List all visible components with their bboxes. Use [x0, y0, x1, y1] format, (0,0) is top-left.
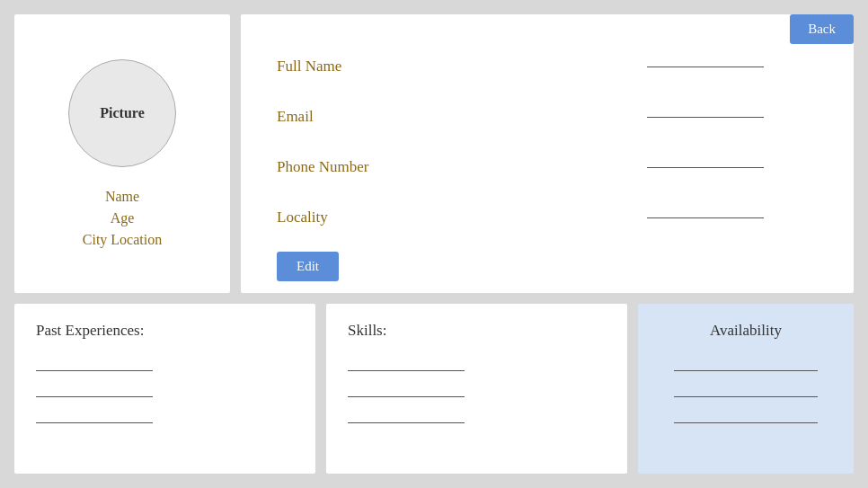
locality-label: Locality — [277, 209, 421, 226]
profile-name: Name — [105, 189, 139, 205]
availability-title: Availability — [660, 322, 832, 340]
email-label: Email — [277, 108, 421, 126]
phone-line — [647, 167, 764, 168]
full-name-line — [647, 67, 764, 67]
past-experiences-title: Past Experiences: — [36, 322, 294, 340]
exp-line-3 — [36, 422, 153, 423]
back-button[interactable]: Back — [790, 14, 854, 44]
skills-line-1 — [348, 370, 465, 371]
availability-card: Availability — [638, 304, 854, 474]
avail-line-2 — [674, 396, 818, 397]
skills-line-2 — [348, 396, 465, 397]
locality-line — [647, 217, 764, 218]
exp-line-1 — [36, 370, 153, 371]
avail-line-1 — [674, 370, 818, 371]
past-experiences-card: Past Experiences: — [14, 304, 315, 474]
avail-line-3 — [674, 422, 818, 423]
skills-line-3 — [348, 422, 465, 423]
page-container: Back Picture Name Age City Location Full… — [0, 0, 868, 488]
bottom-row: Past Experiences: Skills: Availability — [14, 304, 854, 474]
picture-label: Picture — [100, 105, 144, 121]
top-row: Picture Name Age City Location Full Name… — [14, 14, 854, 293]
email-line — [647, 117, 764, 118]
locality-row: Locality — [277, 192, 818, 243]
skills-title: Skills: — [348, 322, 606, 340]
edit-button[interactable]: Edit — [277, 252, 339, 281]
profile-city: City Location — [83, 232, 162, 248]
phone-label: Phone Number — [277, 158, 421, 176]
full-name-label: Full Name — [277, 58, 421, 75]
avatar: Picture — [68, 59, 176, 167]
info-card: Full Name Email Phone Number Locality Ed… — [241, 14, 854, 293]
full-name-row: Full Name — [277, 41, 818, 92]
profile-age: Age — [111, 210, 135, 226]
skills-card: Skills: — [326, 304, 627, 474]
email-row: Email — [277, 92, 818, 142]
profile-card: Picture Name Age City Location — [14, 14, 230, 293]
exp-line-2 — [36, 396, 153, 397]
phone-row: Phone Number — [277, 142, 818, 192]
